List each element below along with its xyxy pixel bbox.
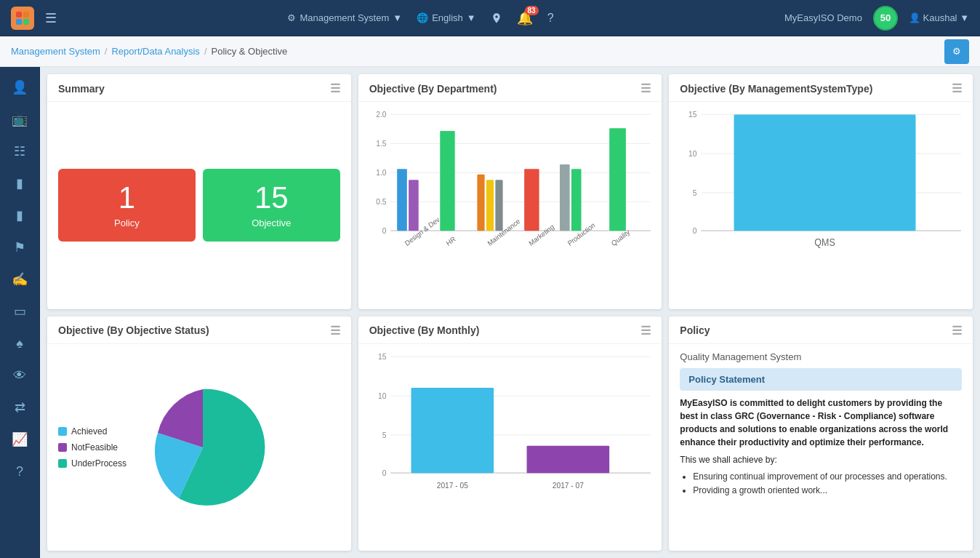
objective-count: 15 (254, 183, 289, 213)
summary-boxes: 1 Policy 15 Objective (58, 109, 340, 302)
policy-menu-icon[interactable]: ☰ (952, 324, 962, 338)
svg-text:1.5: 1.5 (376, 139, 386, 148)
monthly-menu-icon[interactable]: ☰ (640, 324, 651, 338)
connect-btn[interactable] (491, 12, 502, 24)
legend-label-notfeasible: NotFeasible (71, 442, 118, 453)
qms-chart-title: Objective (By ManagementSystemType) (680, 83, 872, 95)
help-btn[interactable]: ? (547, 12, 554, 25)
sidebar-icon-desktop[interactable]: 📺 (7, 106, 33, 132)
status-menu-icon[interactable]: ☰ (330, 324, 340, 338)
legend-underprocess: UnderProcess (58, 458, 126, 469)
svg-rect-51 (411, 387, 494, 472)
policy-label: Policy (114, 218, 140, 228)
svg-rect-21 (524, 169, 539, 231)
legend-achieved: Achieved (58, 426, 126, 437)
sidebar-icon-trending[interactable]: 📈 (7, 426, 33, 453)
status-chart-body: Achieved NotFeasible UnderProcess (47, 344, 351, 551)
notification-btn[interactable]: 🔔 83 (517, 10, 533, 26)
summary-menu-icon[interactable]: ☰ (330, 81, 340, 95)
legend-notfeasible: NotFeasible (58, 442, 126, 453)
svg-text:15: 15 (378, 351, 386, 361)
pie-legend: Achieved NotFeasible UnderProcess (58, 426, 126, 469)
sidebar-icon-person[interactable]: 👤 (7, 74, 33, 100)
svg-rect-1 (23, 12, 29, 17)
user-name[interactable]: 👤 Kaushal ▼ (909, 12, 969, 23)
objective-box[interactable]: 15 Objective (203, 169, 340, 242)
legend-dot-underprocess (58, 459, 67, 468)
management-system-btn[interactable]: ⚙ Management System ▼ (287, 12, 402, 23)
topbar-center: ⚙ Management System ▼ 🌐 English ▼ 🔔 83 ? (68, 10, 774, 26)
legend-dot-notfeasible (58, 443, 67, 452)
globe-icon: 🌐 (417, 12, 428, 23)
app-logo[interactable] (11, 7, 34, 30)
monthly-chart-body: 15 10 5 0 2017 - 05 2017 - 07 (358, 344, 662, 551)
summary-title: Summary (58, 83, 105, 95)
monthly-chart-header: Objective (By Monthly) ☰ (358, 316, 662, 344)
language-btn[interactable]: 🌐 English ▼ (417, 12, 476, 23)
dept-menu-icon[interactable]: ☰ (640, 81, 651, 95)
policy-card-title: Policy (680, 324, 710, 336)
avatar[interactable]: 50 (873, 6, 898, 31)
sidebar-icon-chart[interactable]: ▮ (7, 202, 33, 228)
svg-text:QMS: QMS (815, 237, 836, 249)
policy-card: Policy ☰ Quality Management System Polic… (669, 316, 973, 551)
dept-chart-title: Objective (By Department) (369, 83, 497, 95)
policy-subtitle: This we shall achieve by: (680, 453, 962, 466)
dept-bar-chart-svg: 2.0 1.5 1.0 0.5 0 (366, 105, 655, 306)
svg-text:15: 15 (688, 110, 696, 119)
qms-menu-icon[interactable]: ☰ (952, 81, 962, 95)
svg-rect-3 (23, 19, 29, 25)
legend-dot-achieved (58, 427, 67, 436)
svg-rect-19 (486, 180, 494, 231)
breadcrumb-level1[interactable]: Report/Data Analysis (111, 46, 199, 57)
sidebar-icon-flag[interactable]: ⚑ (7, 234, 33, 260)
svg-rect-20 (495, 180, 502, 231)
svg-text:10: 10 (688, 148, 696, 158)
sidebar-icon-arrows[interactable]: ⇄ (7, 394, 33, 421)
main-layout: 👤 📺 ☷ ▮ ▮ ⚑ ✍ ▭ ♠ 👁 ⇄ 📈 ? Summary ☰ 1 Po… (0, 67, 980, 558)
sidebar-icon-help[interactable]: ? (7, 458, 33, 485)
svg-text:0: 0 (382, 226, 386, 235)
svg-rect-17 (440, 131, 454, 231)
summary-card: Summary ☰ 1 Policy 15 Objective (47, 74, 351, 309)
breadcrumb-root[interactable]: Management System (11, 46, 100, 57)
svg-rect-15 (397, 169, 407, 231)
breadcrumb-current: Policy & Objective (212, 46, 288, 57)
summary-card-body: 1 Policy 15 Objective (47, 102, 351, 309)
svg-rect-16 (409, 180, 419, 231)
monthly-bar-chart-svg: 15 10 5 0 2017 - 05 2017 - 07 (366, 348, 655, 548)
policy-statement-label: Policy Statement (688, 374, 765, 385)
sidebar-icon-eye[interactable]: 👁 (7, 362, 33, 388)
summary-card-header: Summary ☰ (47, 74, 351, 102)
hamburger-icon[interactable]: ☰ (45, 10, 57, 26)
svg-rect-40 (734, 114, 916, 231)
settings-button[interactable]: ⚙ (944, 39, 969, 64)
svg-text:5: 5 (693, 188, 697, 197)
dept-chart-header: Objective (By Department) ☰ (358, 74, 662, 102)
status-chart-header: Objective (By Objective Status) ☰ (47, 316, 351, 344)
breadcrumb-bar: Management System / Report/Data Analysis… (0, 36, 980, 67)
policy-section-title: Quality Management System (680, 351, 962, 362)
sidebar-icon-tablet[interactable]: ▭ (7, 298, 33, 324)
policy-list-item-1: Ensuring continual improvement of our pr… (693, 471, 962, 483)
sidebar-icon-hand[interactable]: ✍ (7, 266, 33, 292)
user-icon: 👤 (909, 12, 920, 23)
svg-text:10: 10 (378, 391, 386, 400)
svg-text:2.0: 2.0 (376, 110, 386, 119)
chevron-down-icon: ▼ (393, 12, 402, 23)
svg-rect-23 (571, 169, 582, 231)
monthly-chart-title: Objective (By Monthly) (369, 324, 480, 336)
legend-label-achieved: Achieved (71, 426, 107, 437)
policy-box[interactable]: 1 Policy (58, 169, 196, 242)
gear-icon: ⚙ (287, 12, 296, 23)
sidebar-icon-bug[interactable]: ♠ (7, 330, 33, 356)
sidebar-icon-network[interactable]: ☷ (7, 138, 33, 164)
objective-label: Objective (252, 218, 291, 228)
svg-text:1.0: 1.0 (376, 168, 386, 178)
dept-chart-card: Objective (By Department) ☰ 2.0 1.5 1.0 … (358, 74, 662, 309)
sidebar-icon-card[interactable]: ▮ (7, 170, 33, 196)
svg-text:2017 - 07: 2017 - 07 (552, 480, 583, 490)
svg-text:0.5: 0.5 (376, 197, 386, 207)
pie-chart-area: Achieved NotFeasible UnderProcess (58, 351, 340, 544)
pie-chart-svg (137, 382, 268, 513)
